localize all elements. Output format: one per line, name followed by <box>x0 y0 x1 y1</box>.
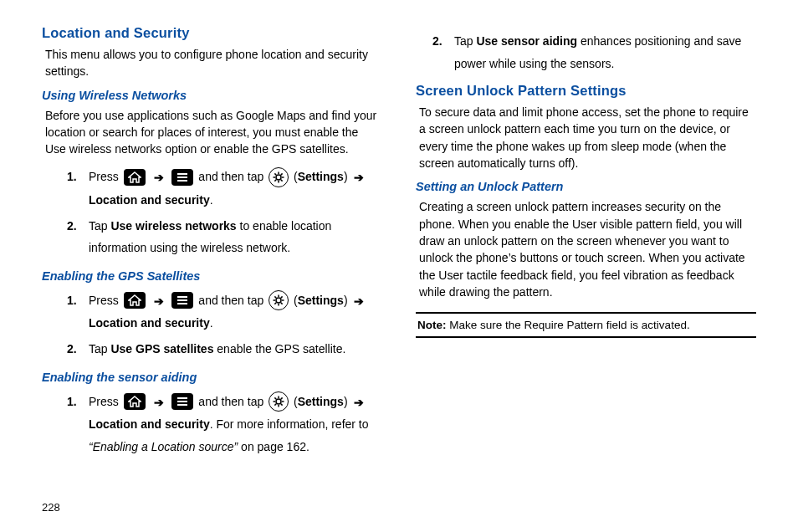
step-number: 2. <box>67 215 77 238</box>
svg-line-8 <box>275 173 277 175</box>
step-number: 1. <box>67 289 77 312</box>
step-text: on page 162. <box>238 440 309 453</box>
settings-label: Settings <box>298 170 344 183</box>
svg-point-27 <box>276 399 281 404</box>
home-icon <box>124 169 146 186</box>
svg-line-21 <box>281 303 283 304</box>
step-item: 1. Press ➔ and then tap (Settings) ➔ <box>67 389 382 460</box>
svg-line-9 <box>281 180 283 182</box>
step-text: Tap <box>454 34 476 48</box>
step-text: Press <box>89 294 119 307</box>
arrow-icon: ➔ <box>154 290 164 313</box>
step-item: 2. Tap Use wireless networks to enable l… <box>67 213 382 261</box>
home-icon <box>124 393 146 410</box>
svg-line-20 <box>275 297 277 299</box>
steps-wireless: 1. Press ➔ and then tap (Settings) ➔ <box>42 164 382 260</box>
svg-line-10 <box>281 173 283 175</box>
steps-sensor: 1. Press ➔ and then tap (Settings) ➔ <box>42 389 382 460</box>
step-text: . For more information, refer to <box>210 417 369 431</box>
svg-line-34 <box>281 397 283 399</box>
gear-icon <box>269 391 289 412</box>
menu-icon <box>171 393 193 410</box>
unlock-intro: To secure data and limit phone access, s… <box>416 104 756 171</box>
bold-text: Use sensor aiding <box>476 34 577 48</box>
step-text: and then tap <box>198 170 263 183</box>
subsection-gps: Enabling the GPS Satellites <box>42 269 382 283</box>
svg-line-11 <box>275 180 277 182</box>
step-text: Press <box>89 395 119 408</box>
step-text: enable the GPS satellite. <box>213 342 345 356</box>
cross-reference: “Enabling a Location source” <box>89 440 238 453</box>
note-box: Note: Make sure the Require Pattern fiel… <box>416 312 756 338</box>
right-column: 2. Tap Use sensor aiding enhances positi… <box>416 25 756 466</box>
subsection-wireless-networks: Using Wireless Networks <box>42 89 382 102</box>
settings-label: Settings <box>298 294 344 307</box>
note-label: Note: <box>417 319 447 331</box>
arrow-icon: ➔ <box>354 166 364 189</box>
bold-text: Use GPS satellites <box>110 342 213 356</box>
location-security-bold: Location and security <box>89 193 210 207</box>
arrow-icon: ➔ <box>154 166 164 189</box>
step-item: 1. Press ➔ and then tap (Settings) ➔ <box>67 288 382 336</box>
step-item: 1. Press ➔ and then tap (Settings) ➔ <box>67 164 382 212</box>
step-text: and then tap <box>198 395 263 408</box>
gear-icon <box>269 167 289 187</box>
step-number: 2. <box>67 338 77 361</box>
svg-line-33 <box>281 404 283 406</box>
menu-icon <box>171 169 193 186</box>
section-heading-location-security: Location and Security <box>42 25 382 41</box>
section-heading-unlock-pattern: Screen Unlock Pattern Settings <box>416 83 756 99</box>
home-icon <box>124 292 146 309</box>
svg-line-22 <box>281 297 283 299</box>
intro-paragraph: This menu allows you to configure phone … <box>42 46 382 80</box>
svg-point-3 <box>276 175 281 180</box>
bold-text: Use wireless networks <box>110 219 236 233</box>
settings-label: Settings <box>298 395 344 408</box>
location-security-bold: Location and security <box>89 417 210 431</box>
note-text: Make sure the Require Pattern field is a… <box>447 319 690 331</box>
svg-line-23 <box>275 303 277 304</box>
manual-page: Location and Security This menu allows y… <box>0 0 798 532</box>
wireless-paragraph: Before you use applications such as Goog… <box>42 107 382 158</box>
unlock-paragraph: Creating a screen unlock pattern increas… <box>416 198 756 300</box>
left-column: Location and Security This menu allows y… <box>42 25 382 466</box>
page-number: 228 <box>42 501 60 514</box>
arrow-icon: ➔ <box>354 391 364 414</box>
step-number: 2. <box>432 30 442 53</box>
step-number: 1. <box>67 391 77 413</box>
svg-line-35 <box>275 404 277 406</box>
steps-gps: 1. Press ➔ and then tap (Settings) ➔ <box>42 288 382 362</box>
arrow-icon: ➔ <box>354 290 364 313</box>
subsection-sensor-aiding: Enabling the sensor aiding <box>42 371 382 384</box>
step-text: Press <box>89 170 119 183</box>
subsection-setting-unlock: Setting an Unlock Pattern <box>416 180 756 193</box>
location-security-bold: Location and security <box>89 316 210 330</box>
gear-icon <box>269 290 289 310</box>
step-number: 1. <box>67 166 77 188</box>
menu-icon <box>171 292 193 309</box>
two-column-layout: Location and Security This menu allows y… <box>42 25 756 466</box>
step-text: and then tap <box>198 294 263 307</box>
svg-line-32 <box>275 397 277 399</box>
arrow-icon: ➔ <box>154 391 164 414</box>
step-item: 2. Tap Use sensor aiding enhances positi… <box>432 28 756 76</box>
svg-point-15 <box>276 298 281 303</box>
step-text: Tap <box>89 219 110 233</box>
steps-sensor-cont: 2. Tap Use sensor aiding enhances positi… <box>416 28 756 76</box>
step-text: Tap <box>89 342 110 356</box>
step-item: 2. Tap Use GPS satellites enable the GPS… <box>67 336 382 362</box>
